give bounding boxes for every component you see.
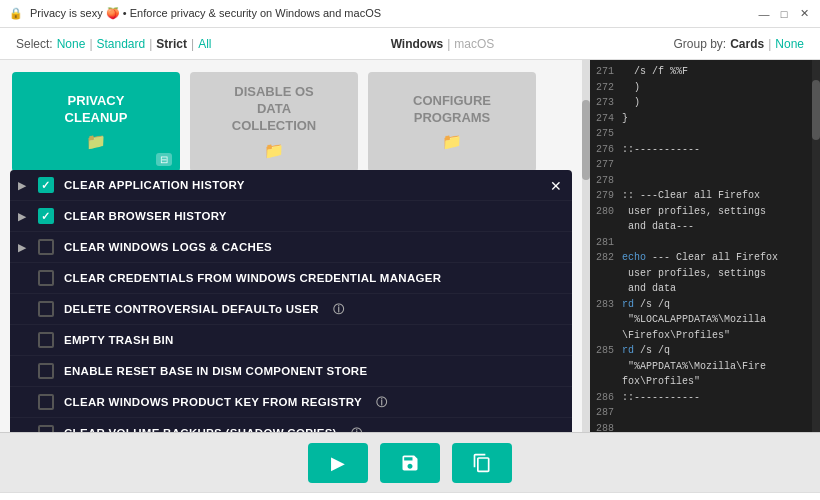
select-strict[interactable]: Strict: [156, 37, 187, 51]
code-line: "%LOCALAPPDATA%\Mozilla: [590, 312, 820, 328]
code-line: 271 /s /f %%F: [590, 64, 820, 80]
checkbox[interactable]: [38, 177, 54, 193]
card-privacy-cleanup[interactable]: PRIVACYCLEANUP 📁 ⊟: [12, 72, 180, 172]
item-label: CLEAR VOLUME BACKUPS (SHADOW COPIES): [64, 427, 337, 432]
run-button[interactable]: ▶: [308, 443, 368, 483]
list-item[interactable]: CLEAR WINDOWS PRODUCT KEY FROM REGISTRY …: [10, 387, 572, 418]
overlay-close-button[interactable]: ✕: [550, 178, 562, 194]
code-line: 275: [590, 126, 820, 142]
code-scrollbar[interactable]: [812, 60, 820, 432]
vertical-scrollbar[interactable]: [582, 60, 590, 432]
folder-icon: 📁: [264, 141, 284, 160]
close-button[interactable]: ✕: [796, 6, 812, 22]
item-label: CLEAR WINDOWS PRODUCT KEY FROM REGISTRY: [64, 396, 362, 408]
item-label: CLEAR APPLICATION HISTORY: [64, 179, 245, 191]
card-title: PRIVACYCLEANUP: [65, 93, 128, 127]
main-area: PRIVACYCLEANUP 📁 ⊟ DISABLE OSDATACOLLECT…: [0, 60, 820, 432]
expand-icon: ▶: [18, 180, 28, 191]
code-line: user profiles, settings: [590, 266, 820, 282]
group-by-label: Group by:: [673, 37, 726, 51]
card-title: DISABLE OSDATACOLLECTION: [232, 84, 317, 135]
checkbox[interactable]: [38, 363, 54, 379]
code-line: and data---: [590, 219, 820, 235]
code-line: 272 ): [590, 80, 820, 96]
code-line: 277: [590, 157, 820, 173]
select-standard[interactable]: Standard: [97, 37, 146, 51]
list-item[interactable]: CLEAR VOLUME BACKUPS (SHADOW COPIES) ⓘ: [10, 418, 572, 432]
top-bar: Select: None | Standard | Strict | All W…: [0, 28, 820, 60]
list-item[interactable]: DELETE CONTROVERSIAL DEFAULTo USER ⓘ: [10, 294, 572, 325]
code-line: 288: [590, 421, 820, 433]
code-line: 282 echo --- Clear all Firefox: [590, 250, 820, 266]
code-line: 276 ::-----------: [590, 142, 820, 158]
select-none[interactable]: None: [57, 37, 86, 51]
copy-button[interactable]: [452, 443, 512, 483]
left-panel: PRIVACYCLEANUP 📁 ⊟ DISABLE OSDATACOLLECT…: [0, 60, 590, 432]
overlay-panel: ✕ ▶ CLEAR APPLICATION HISTORY ▶ CLEAR BR…: [10, 170, 572, 432]
code-line: 280 user profiles, settings: [590, 204, 820, 220]
item-label: EMPTY TRASH BIN: [64, 334, 174, 346]
code-line: "%APPDATA%\Mozilla\Fire: [590, 359, 820, 375]
code-line: 287: [590, 405, 820, 421]
cards-row: PRIVACYCLEANUP 📁 ⊟ DISABLE OSDATACOLLECT…: [0, 60, 590, 180]
code-line: 286 ::-----------: [590, 390, 820, 406]
select-group: Select: None | Standard | Strict | All: [16, 37, 211, 51]
item-label: CLEAR BROWSER HISTORY: [64, 210, 227, 222]
code-area: 271 /s /f %%F 272 ) 273 ) 274 } 275 276: [590, 60, 820, 432]
info-icon: ⓘ: [333, 302, 344, 317]
select-all[interactable]: All: [198, 37, 211, 51]
os-windows[interactable]: Windows: [391, 37, 444, 51]
code-line: fox\Profiles": [590, 374, 820, 390]
group-cards[interactable]: Cards: [730, 37, 764, 51]
info-icon: ⓘ: [351, 426, 362, 433]
expand-icon: ▶: [18, 242, 28, 253]
checkbox[interactable]: [38, 270, 54, 286]
code-line: 283 rd /s /q: [590, 297, 820, 313]
os-group: Windows | macOS: [391, 37, 495, 51]
app-title: Privacy is sexy 🍑 • Enforce privacy & se…: [30, 7, 381, 20]
item-label: CLEAR CREDENTIALS FROM WINDOWS CREDENTIA…: [64, 272, 441, 284]
checkbox[interactable]: [38, 239, 54, 255]
code-line: 274 }: [590, 111, 820, 127]
card-disable-os[interactable]: DISABLE OSDATACOLLECTION 📁: [190, 72, 358, 172]
list-item[interactable]: ENABLE RESET BASE IN DISM COMPONENT STOR…: [10, 356, 572, 387]
folder-icon: 📁: [86, 132, 106, 151]
footer: 🌐 Online version at https://privacy.sexy…: [0, 492, 820, 500]
minimize-button[interactable]: —: [756, 6, 772, 22]
maximize-button[interactable]: □: [776, 6, 792, 22]
item-label: DELETE CONTROVERSIAL DEFAULTo USER: [64, 303, 319, 315]
info-icon: ⓘ: [376, 395, 387, 410]
card-configure-programs[interactable]: CONFIGUREPROGRAMS 📁: [368, 72, 536, 172]
app-icon: 🔒: [8, 6, 24, 22]
card-badge: ⊟: [156, 153, 172, 166]
copy-icon: [472, 453, 492, 473]
checkbox[interactable]: [38, 332, 54, 348]
code-scroll-thumb[interactable]: [812, 80, 820, 140]
code-line: 279 :: ---Clear all Firefox: [590, 188, 820, 204]
list-item[interactable]: ▶ CLEAR BROWSER HISTORY: [10, 201, 572, 232]
list-item[interactable]: CLEAR CREDENTIALS FROM WINDOWS CREDENTIA…: [10, 263, 572, 294]
code-line: 285 rd /s /q: [590, 343, 820, 359]
save-button[interactable]: [380, 443, 440, 483]
folder-icon: 📁: [442, 132, 462, 151]
checkbox[interactable]: [38, 394, 54, 410]
select-label: Select:: [16, 37, 53, 51]
expand-icon: ▶: [18, 211, 28, 222]
group-none[interactable]: None: [775, 37, 804, 51]
card-title: CONFIGUREPROGRAMS: [413, 93, 491, 127]
code-line: and data: [590, 281, 820, 297]
checkbox[interactable]: [38, 425, 54, 432]
code-line: 273 ): [590, 95, 820, 111]
window-controls: — □ ✕: [756, 6, 812, 22]
group-by: Group by: Cards | None: [673, 37, 804, 51]
list-item[interactable]: ▶ CLEAR WINDOWS LOGS & CACHES: [10, 232, 572, 263]
scrollbar-thumb[interactable]: [582, 100, 590, 180]
list-item[interactable]: ▶ CLEAR APPLICATION HISTORY: [10, 170, 572, 201]
checkbox[interactable]: [38, 301, 54, 317]
os-macos[interactable]: macOS: [454, 37, 494, 51]
code-line: 278: [590, 173, 820, 189]
save-icon: [400, 453, 420, 473]
checkbox[interactable]: [38, 208, 54, 224]
item-label: CLEAR WINDOWS LOGS & CACHES: [64, 241, 272, 253]
list-item[interactable]: EMPTY TRASH BIN: [10, 325, 572, 356]
